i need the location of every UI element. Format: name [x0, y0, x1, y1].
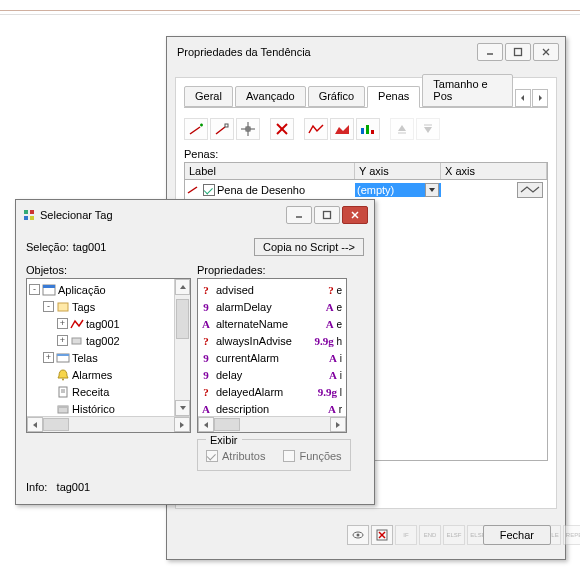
- pen-xaxis-spark-icon[interactable]: [517, 182, 543, 198]
- pen-delete-icon[interactable]: [270, 118, 294, 140]
- style-line-icon[interactable]: [304, 118, 328, 140]
- prop-type-icon: A: [200, 318, 212, 330]
- tag-close-button[interactable]: [342, 206, 368, 224]
- pen-add-icon[interactable]: [184, 118, 208, 140]
- scroll-left-icon[interactable]: [27, 417, 43, 432]
- expand-icon[interactable]: +: [57, 318, 68, 329]
- script-cancel-icon[interactable]: [371, 525, 393, 545]
- tab-avancado[interactable]: Avançado: [235, 86, 306, 107]
- trend-titlebar[interactable]: Propriedades da Tendência: [167, 37, 565, 67]
- tree-node[interactable]: Alarmes: [29, 366, 188, 383]
- pen-row[interactable]: Pena de Desenho (empty): [185, 180, 547, 200]
- checkbox-icon: [283, 450, 295, 462]
- expander-spacer: [43, 369, 54, 380]
- tree-node[interactable]: Histórico: [29, 400, 188, 417]
- tree-node[interactable]: -Aplicação: [29, 281, 188, 298]
- tag-titlebar[interactable]: Selecionar Tag: [16, 200, 374, 230]
- tree-h-scrollbar[interactable]: [27, 416, 190, 432]
- col-yaxis[interactable]: Y axis: [355, 163, 441, 179]
- svg-point-45: [62, 378, 64, 380]
- property-row[interactable]: AalternateNameA e: [200, 315, 344, 332]
- prop-type-icon: 9: [200, 369, 212, 381]
- tree-node-label: Tags: [72, 301, 95, 313]
- col-label[interactable]: Label: [185, 163, 355, 179]
- style-area-icon[interactable]: [330, 118, 354, 140]
- tree-node-label: Telas: [72, 352, 98, 364]
- info-label: Info:: [26, 481, 47, 493]
- h-thumb[interactable]: [43, 418, 69, 431]
- svg-point-27: [357, 534, 360, 537]
- alarm-icon: [56, 369, 70, 381]
- props-scroll-right-icon[interactable]: [330, 417, 346, 432]
- scroll-down-icon[interactable]: [175, 400, 190, 416]
- scroll-thumb[interactable]: [176, 299, 189, 339]
- move-up-icon[interactable]: [390, 118, 414, 140]
- tree-v-scrollbar[interactable]: [174, 279, 190, 416]
- prop-suffix: 9.9g h: [314, 335, 344, 347]
- tab-geral[interactable]: Geral: [184, 86, 233, 107]
- tab-scroll-right[interactable]: [532, 89, 548, 107]
- maximize-button[interactable]: [505, 43, 531, 61]
- svg-rect-41: [58, 303, 68, 311]
- style-bars-icon[interactable]: [356, 118, 380, 140]
- props-h-scrollbar[interactable]: [198, 416, 346, 432]
- prop-name: alternateName: [216, 318, 310, 330]
- objects-tree[interactable]: -Aplicação-Tags+tag001+tag002+TelasAlarm…: [26, 278, 191, 433]
- tab-penas[interactable]: Penas: [367, 86, 420, 108]
- dropdown-icon: [425, 183, 439, 197]
- property-row[interactable]: 9currentAlarmA i: [200, 349, 344, 366]
- kw-end-icon: END: [419, 525, 441, 545]
- pen-visible-checkbox[interactable]: [203, 184, 215, 196]
- property-row[interactable]: 9delayA i: [200, 366, 344, 383]
- scroll-up-icon[interactable]: [175, 279, 190, 295]
- property-row[interactable]: AdescriptionA r: [200, 400, 344, 417]
- property-row[interactable]: ?alwaysInAdvise9.9g h: [200, 332, 344, 349]
- display-group: Exibir Atributos Funções: [197, 439, 351, 471]
- properties-list[interactable]: ?advised? e9alarmDelayA eAalternateNameA…: [197, 278, 347, 433]
- props-scroll-left-icon[interactable]: [198, 417, 214, 432]
- collapse-icon[interactable]: -: [43, 301, 54, 312]
- copy-to-script-button[interactable]: Copia no Script -->: [254, 238, 364, 256]
- property-row[interactable]: 9alarmDelayA e: [200, 298, 344, 315]
- tree-node[interactable]: Receita: [29, 383, 188, 400]
- tree-node[interactable]: +Telas: [29, 349, 188, 366]
- svg-marker-59: [204, 422, 208, 428]
- pen-yaxis-cell[interactable]: (empty): [355, 183, 441, 197]
- col-xaxis[interactable]: X axis: [441, 163, 547, 179]
- tree-node-label: tag002: [86, 335, 120, 347]
- tab-tamanho-pos[interactable]: Tamanho e Pos: [422, 74, 513, 107]
- tree-node[interactable]: +tag001: [29, 315, 188, 332]
- scroll-right-icon[interactable]: [174, 417, 190, 432]
- minimize-button[interactable]: [477, 43, 503, 61]
- tab-scroll-left[interactable]: [515, 89, 531, 107]
- tree-node[interactable]: -Tags: [29, 298, 188, 315]
- functions-checkbox: Funções: [283, 450, 341, 462]
- close-button[interactable]: [533, 43, 559, 61]
- tag-dialog-icon: [22, 208, 36, 222]
- close-dialog-button[interactable]: Fechar: [483, 525, 551, 545]
- script-eye-icon[interactable]: [347, 525, 369, 545]
- move-down-icon[interactable]: [416, 118, 440, 140]
- tree-node[interactable]: +tag002: [29, 332, 188, 349]
- prop-suffix: 9.9g l: [314, 386, 344, 398]
- svg-marker-60: [336, 422, 340, 428]
- svg-marker-22: [424, 127, 432, 133]
- prop-suffix: A e: [314, 301, 344, 313]
- props-h-thumb[interactable]: [214, 418, 240, 431]
- svg-line-6: [190, 127, 200, 134]
- tags-icon: [56, 301, 70, 313]
- svg-line-9: [216, 127, 225, 134]
- svg-marker-16: [335, 125, 349, 134]
- pen-edit-icon[interactable]: [210, 118, 234, 140]
- expand-icon[interactable]: +: [43, 352, 54, 363]
- svg-marker-4: [521, 95, 524, 101]
- pen-center-icon[interactable]: [236, 118, 260, 140]
- property-row[interactable]: ?delayedAlarm9.9g l: [200, 383, 344, 400]
- collapse-icon[interactable]: -: [29, 284, 40, 295]
- expand-icon[interactable]: +: [57, 335, 68, 346]
- property-row[interactable]: ?advised? e: [200, 281, 344, 298]
- tag-maximize-button[interactable]: [314, 206, 340, 224]
- selection-value: tag001: [73, 241, 107, 253]
- tab-grafico[interactable]: Gráfico: [308, 86, 365, 107]
- tag-minimize-button[interactable]: [286, 206, 312, 224]
